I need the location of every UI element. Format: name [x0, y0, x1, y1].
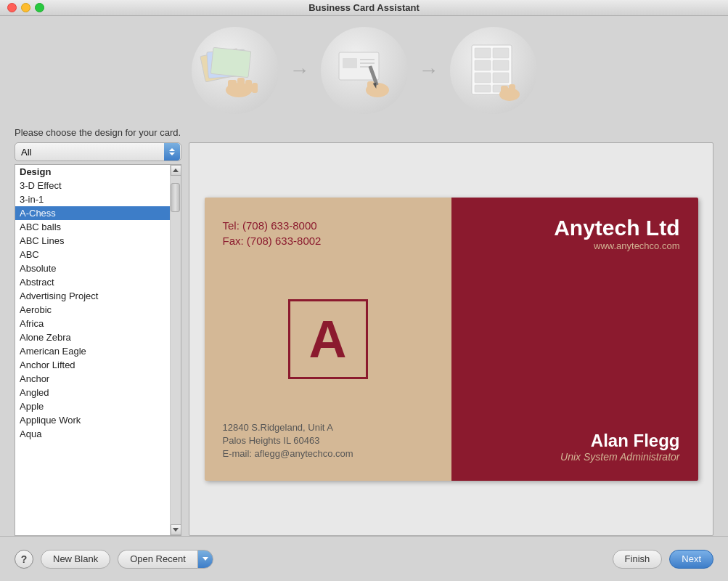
- next-button[interactable]: Next: [669, 550, 713, 569]
- new-blank-button[interactable]: New Blank: [41, 550, 110, 569]
- list-item-abstract[interactable]: Abstract: [15, 275, 170, 289]
- card-address-line2: Palos Heights IL 60463: [223, 435, 433, 446]
- window-title: Business Card Assistant: [308, 2, 420, 13]
- svg-rect-7: [252, 83, 258, 93]
- list-item-alonezebra[interactable]: Alone Zebra: [15, 330, 170, 344]
- card-email: E-mail: aflegg@anytechco.com: [223, 448, 433, 459]
- help-button[interactable]: ?: [15, 550, 33, 569]
- list-item-anchorlifted[interactable]: Anchor Lifted: [15, 358, 170, 372]
- list-item-abcballs[interactable]: ABC balls: [15, 220, 170, 234]
- maximize-button[interactable]: [35, 3, 44, 12]
- card-fax: Fax: (708) 633-8002: [223, 235, 433, 247]
- svg-rect-24: [475, 85, 491, 92]
- list-item-americaneagle[interactable]: American Eagle: [15, 344, 170, 358]
- list-item-advproject[interactable]: Advertising Project: [15, 289, 170, 303]
- step-2-circle: [321, 27, 408, 114]
- svg-rect-4: [228, 80, 237, 94]
- svg-rect-20: [475, 60, 491, 70]
- step-arrow-2: →: [419, 59, 439, 82]
- svg-rect-9: [343, 58, 357, 68]
- open-recent-dropdown-arrow[interactable]: [197, 550, 213, 569]
- scroll-thumb[interactable]: [171, 183, 180, 212]
- steps-header: → →: [0, 16, 728, 121]
- list-item-absolute[interactable]: Absolute: [15, 261, 170, 275]
- design-list-container: Design 3-D Effect 3-in-1 A-Chess ABC bal…: [15, 164, 181, 536]
- list-item-angled[interactable]: Angled: [15, 386, 170, 399]
- step-arrow-1: →: [290, 59, 310, 82]
- body-section: All Advertising Animals Business Classic…: [0, 142, 728, 536]
- card-job-title: Unix System Administrator: [560, 451, 679, 463]
- scroll-down-button[interactable]: [171, 524, 181, 535]
- list-item-appliquework[interactable]: Applique Work: [15, 413, 170, 427]
- step-3-icon: [457, 38, 530, 103]
- list-item-aerobic[interactable]: Aerobic: [15, 303, 170, 317]
- step-2-icon: [328, 38, 401, 103]
- traffic-lights[interactable]: [7, 3, 44, 12]
- card-contact-info: Tel: (708) 633-8000 Fax: (708) 633-8002: [223, 219, 433, 247]
- category-select[interactable]: All Advertising Animals Business Classic…: [15, 142, 181, 161]
- list-item-3in1[interactable]: 3-in-1: [15, 192, 170, 206]
- list-item-apple[interactable]: Apple: [15, 399, 170, 413]
- open-recent-button[interactable]: Open Recent: [118, 550, 197, 569]
- list-item-aqua[interactable]: Aqua: [15, 427, 170, 441]
- svg-rect-5: [237, 78, 245, 94]
- card-company-name: Anytech Ltd: [554, 216, 679, 240]
- minimize-button[interactable]: [21, 3, 30, 12]
- card-right-panel: Anytech Ltd www.anytechco.com Alan Flegg…: [451, 198, 698, 481]
- business-card: Tel: (708) 633-8000 Fax: (708) 633-8002 …: [205, 198, 698, 481]
- list-item-abclines[interactable]: ABC Lines: [15, 234, 170, 248]
- card-logo-letter: A: [309, 313, 347, 365]
- step-3-circle: [450, 27, 537, 114]
- scroll-track[interactable]: [171, 176, 181, 524]
- list-scrollbar[interactable]: [170, 165, 181, 535]
- card-address-line1: 12840 S.Ridgeland, Unit A: [223, 422, 433, 433]
- card-person-block: Alan Flegg Unix System Administrator: [470, 431, 680, 463]
- card-company-block: Anytech Ltd www.anytechco.com: [470, 216, 680, 251]
- svg-rect-28: [509, 84, 515, 98]
- bottom-bar: ? New Blank Open Recent Finish Next: [0, 536, 728, 581]
- svg-rect-6: [245, 80, 252, 93]
- card-logo: A: [288, 299, 368, 379]
- svg-rect-18: [475, 48, 491, 58]
- list-item-abc[interactable]: ABC: [15, 248, 170, 261]
- dropdown-arrow-icon: [203, 557, 208, 561]
- card-address-block: 12840 S.Ridgeland, Unit A Palos Heights …: [223, 422, 433, 459]
- list-item-anchor[interactable]: Anchor: [15, 372, 170, 386]
- design-list[interactable]: Design 3-D Effect 3-in-1 A-Chess ABC bal…: [15, 165, 170, 535]
- svg-rect-14: [367, 81, 375, 94]
- svg-rect-19: [493, 48, 509, 58]
- svg-rect-21: [493, 60, 509, 70]
- svg-rect-2: [210, 47, 250, 77]
- svg-rect-22: [475, 73, 491, 83]
- list-item-achess[interactable]: A-Chess: [15, 206, 170, 220]
- close-button[interactable]: [7, 3, 17, 12]
- open-recent-group[interactable]: Open Recent: [118, 550, 213, 569]
- title-bar: Business Card Assistant: [0, 0, 728, 16]
- card-person-name: Alan Flegg: [591, 431, 680, 451]
- finish-button[interactable]: Finish: [613, 550, 663, 569]
- card-tel: Tel: (708) 633-8000: [223, 219, 433, 232]
- step-1-icon: [199, 38, 271, 103]
- category-dropdown-wrapper[interactable]: All Advertising Animals Business Classic…: [15, 142, 181, 161]
- list-item-header: Design: [15, 165, 170, 179]
- left-panel: All Advertising Animals Business Classic…: [15, 142, 181, 536]
- main-content: → →: [0, 16, 728, 581]
- scroll-up-button[interactable]: [171, 165, 181, 176]
- preview-area: Tel: (708) 633-8000 Fax: (708) 633-8002 …: [189, 142, 713, 536]
- step-1-circle: [192, 27, 279, 114]
- list-item-3d[interactable]: 3-D Effect: [15, 179, 170, 192]
- card-left-panel: Tel: (708) 633-8000 Fax: (708) 633-8002 …: [205, 198, 451, 481]
- svg-rect-23: [493, 73, 509, 83]
- list-item-africa[interactable]: Africa: [15, 317, 170, 330]
- svg-rect-27: [501, 86, 508, 99]
- card-website: www.anytechco.com: [594, 240, 680, 251]
- instruction-text: Please choose the design for your card.: [0, 121, 728, 142]
